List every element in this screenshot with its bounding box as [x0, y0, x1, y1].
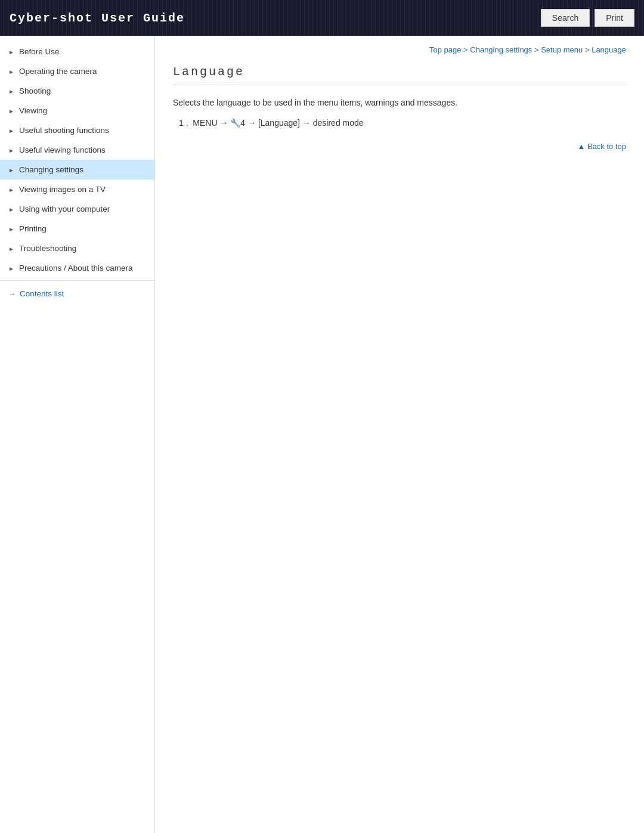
sidebar-item-4[interactable]: ►Useful shooting functions [0, 120, 154, 140]
sidebar-arrow-5: ► [8, 147, 14, 153]
sidebar-arrow-8: ► [8, 206, 14, 212]
arrow-right-icon: → [8, 289, 16, 298]
step-1-text: 1 . MENU → 🔧4 → [Language] → desired mod… [179, 118, 364, 128]
sidebar-label-7: Viewing images on a TV [19, 185, 106, 194]
sidebar-label-4: Useful shooting functions [19, 126, 109, 135]
sidebar-label-6: Changing settings [19, 165, 83, 174]
sidebar-arrow-10: ► [8, 246, 14, 252]
content-body: Selects the language to be used in the m… [173, 96, 626, 130]
sidebar-label-8: Using with your computer [19, 205, 110, 213]
breadcrumb-sep1: > [463, 45, 470, 54]
breadcrumb: Top page > Changing settings > Setup men… [173, 45, 626, 54]
sidebar-item-8[interactable]: ►Using with your computer [0, 199, 154, 219]
content-description: Selects the language to be used in the m… [173, 96, 626, 109]
breadcrumb-sep2: > [534, 45, 541, 54]
step-1: 1 . MENU → 🔧4 → [Language] → desired mod… [173, 116, 626, 129]
breadcrumb-toppage[interactable]: Top page [429, 45, 462, 54]
breadcrumb-setup-menu[interactable]: Setup menu [541, 45, 583, 54]
page-title-section: Language [173, 65, 626, 85]
sidebar-label-0: Before Use [19, 47, 60, 56]
sidebar-item-1[interactable]: ►Operating the camera [0, 61, 154, 81]
sidebar-item-5[interactable]: ►Useful viewing functions [0, 140, 154, 160]
sidebar-item-3[interactable]: ►Viewing [0, 101, 154, 120]
sidebar-item-6[interactable]: ►Changing settings [0, 160, 154, 179]
print-button[interactable]: Print [595, 9, 634, 27]
sidebar-item-7[interactable]: ►Viewing images on a TV [0, 179, 154, 199]
sidebar-label-11: Precautions / About this camera [19, 264, 133, 272]
sidebar-item-2[interactable]: ►Shooting [0, 81, 154, 101]
sidebar-divider [0, 280, 154, 281]
contents-list-label: Contents list [20, 289, 64, 298]
header: Cyber-shot User Guide Search Print [0, 0, 644, 36]
sidebar-item-9[interactable]: ►Printing [0, 219, 154, 239]
page-title: Language [173, 65, 626, 79]
sidebar-arrow-1: ► [8, 69, 14, 75]
breadcrumb-language[interactable]: Language [592, 45, 626, 54]
header-actions: Search Print [541, 9, 634, 27]
sidebar-label-3: Viewing [19, 106, 47, 115]
sidebar-arrow-7: ► [8, 187, 14, 193]
contents-list-link[interactable]: → Contents list [0, 283, 154, 304]
sidebar-item-0[interactable]: ►Before Use [0, 42, 154, 61]
sidebar-arrow-4: ► [8, 128, 14, 134]
sidebar-arrow-3: ► [8, 108, 14, 114]
sidebar-label-9: Printing [19, 224, 47, 233]
app-title: Cyber-shot User Guide [10, 11, 185, 25]
back-to-top[interactable]: ▲ Back to top [173, 142, 626, 151]
sidebar-label-2: Shooting [19, 86, 51, 95]
sidebar-arrow-9: ► [8, 226, 14, 232]
breadcrumb-changing-settings[interactable]: Changing settings [470, 45, 532, 54]
sidebar-label-5: Useful viewing functions [19, 145, 106, 154]
content-area: Top page > Changing settings > Setup men… [155, 36, 644, 833]
back-to-top-link[interactable]: ▲ Back to top [577, 142, 626, 151]
sidebar-item-11[interactable]: ►Precautions / About this camera [0, 258, 154, 278]
sidebar-arrow-11: ► [8, 265, 14, 271]
sidebar: ►Before Use►Operating the camera►Shootin… [0, 36, 155, 833]
sidebar-arrow-6: ► [8, 167, 14, 173]
sidebar-label-1: Operating the camera [19, 67, 97, 76]
sidebar-label-10: Troubleshooting [19, 244, 76, 253]
sidebar-arrow-0: ► [8, 49, 14, 55]
sidebar-arrow-2: ► [8, 88, 14, 94]
sidebar-item-10[interactable]: ►Troubleshooting [0, 239, 154, 258]
main-container: ►Before Use►Operating the camera►Shootin… [0, 36, 644, 833]
search-button[interactable]: Search [541, 9, 590, 27]
breadcrumb-sep3: > [585, 45, 592, 54]
